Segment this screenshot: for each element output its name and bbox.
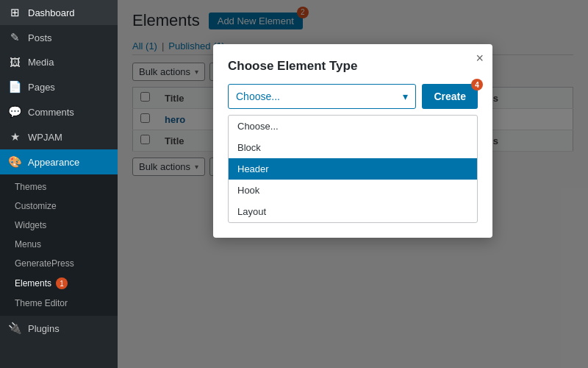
option-header[interactable]: 3 Header <box>229 158 477 180</box>
create-badge: 4 <box>471 79 483 91</box>
modal-close-button[interactable]: × <box>476 52 484 65</box>
option-hook[interactable]: Hook <box>229 180 477 201</box>
element-type-caret: ▾ <box>403 91 408 102</box>
sidebar-item-widgets[interactable]: Widgets <box>0 216 118 235</box>
create-button[interactable]: Create 4 <box>422 84 478 109</box>
sidebar: ⊞ Dashboard ✎ Posts 🖼 Media 📄 Pages 💬 Co… <box>0 0 118 368</box>
sidebar-item-theme-editor[interactable]: Theme Editor <box>0 294 118 313</box>
sidebar-item-pages[interactable]: 📄 Pages <box>0 74 118 99</box>
posts-icon: ✎ <box>7 31 22 44</box>
sidebar-item-media[interactable]: 🖼 Media <box>0 50 118 74</box>
sidebar-item-generatepress[interactable]: GeneratePress <box>0 254 118 273</box>
sidebar-item-themes[interactable]: Themes <box>0 177 118 197</box>
option-choose[interactable]: Choose... <box>229 116 477 137</box>
elements-badge: 1 <box>56 277 68 289</box>
option-layout[interactable]: Layout <box>229 201 477 222</box>
appearance-icon: 🎨 <box>7 155 22 169</box>
sidebar-item-menus[interactable]: Menus <box>0 235 118 254</box>
sidebar-item-appearance[interactable]: 🎨 Appearance <box>0 149 118 174</box>
plugins-icon: 🔌 <box>7 322 22 335</box>
sidebar-item-customize[interactable]: Customize <box>0 197 118 216</box>
sidebar-item-dashboard[interactable]: ⊞ Dashboard <box>0 0 118 25</box>
choose-element-type-modal: × Choose Element Type Choose... ▾ Create… <box>213 44 492 238</box>
sidebar-item-posts[interactable]: ✎ Posts <box>0 25 118 50</box>
wpjam-icon: ★ <box>7 130 22 144</box>
pages-icon: 📄 <box>7 80 22 93</box>
modal-overlay: × Choose Element Type Choose... ▾ Create… <box>118 0 588 368</box>
modal-title: Choose Element Type <box>228 59 478 74</box>
option-block[interactable]: Block <box>229 137 477 158</box>
sidebar-item-plugins[interactable]: 🔌 Plugins <box>0 316 118 341</box>
sidebar-item-comments[interactable]: 💬 Comments <box>0 99 118 124</box>
main-content: Elements Add New Element 2 All (1) | Pub… <box>118 0 588 368</box>
appearance-submenu: Themes Customize Widgets Menus GenerateP… <box>0 174 118 316</box>
element-type-select[interactable]: Choose... ▾ <box>228 84 416 109</box>
modal-action-row: Choose... ▾ Create 4 <box>228 84 478 109</box>
media-icon: 🖼 <box>7 56 22 68</box>
element-type-dropdown-list: Choose... Block 3 Header Hook Layout <box>228 115 478 223</box>
sidebar-item-elements[interactable]: Elements 1 <box>0 273 118 294</box>
comments-icon: 💬 <box>7 105 22 118</box>
dashboard-icon: ⊞ <box>7 6 22 19</box>
sidebar-item-wpjam[interactable]: ★ WPJAM <box>0 124 118 149</box>
